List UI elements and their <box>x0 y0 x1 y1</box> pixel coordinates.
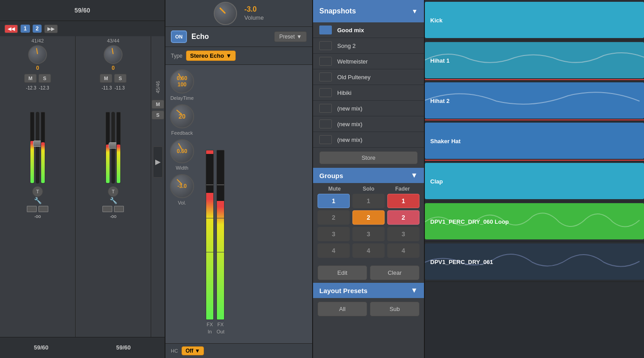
group-solo-3[interactable]: 3 <box>352 227 385 241</box>
snapshot-item-weltmeister[interactable]: Weltmeister <box>313 54 424 69</box>
snapshot-item-new3[interactable]: (new mix) <box>313 132 424 148</box>
group-fader-1[interactable]: 1 <box>387 194 419 208</box>
snapshot-item-good-mix[interactable]: Good mix <box>313 22 424 38</box>
clear-button[interactable]: Clear <box>370 265 419 280</box>
mixer-bottom-row: 59/60 59/60 <box>0 337 165 358</box>
hc-dropdown-icon: ▼ <box>195 348 200 354</box>
track-content-hihat2[interactable]: Hihat 2 <box>425 81 644 120</box>
vol-knob[interactable]: -3.0 <box>170 174 194 198</box>
channel-counter-2: 43/44 <box>107 38 119 43</box>
group-mute-3[interactable]: 3 <box>318 227 350 241</box>
volume-knob[interactable] <box>214 2 237 25</box>
col-header-fader: Fader <box>386 186 419 192</box>
level-indicator-4 <box>114 206 124 212</box>
level-indicator-3 <box>102 206 112 212</box>
track-content-hihat1[interactable]: Hihat 1 <box>425 40 644 80</box>
bottom-counter-1: 59/60 <box>34 344 49 351</box>
track-content-kick[interactable]: Kick <box>425 0 644 40</box>
channel-knob-2[interactable] <box>104 45 123 64</box>
fx-meter-in-track <box>206 150 214 320</box>
snapshot-item-song2[interactable]: Song 2 <box>313 38 424 54</box>
group-fader-2[interactable]: 2 <box>387 210 419 225</box>
snapshot-item-new2[interactable]: (new mix) <box>313 116 424 132</box>
snapshot-item-new1[interactable]: (new mix) <box>313 101 424 116</box>
track-label-dpv1-061: DPV1_PERC_DRY_061 <box>430 258 493 265</box>
mute-btn-3[interactable]: M <box>152 100 164 109</box>
channel-46-label: 45/46 <box>155 81 161 94</box>
mixer-track-counter: 59/60 <box>74 7 90 14</box>
solo-btn-1[interactable]: S <box>38 74 51 83</box>
fader-bottom-2: -oo <box>110 214 116 219</box>
t-btn-2[interactable]: T <box>108 186 119 197</box>
nav-num-2[interactable]: 2 <box>33 25 42 33</box>
mixer-channel-41-42: 41/42 0 M S -12.3 -12.3 <box>0 36 76 337</box>
groups-table: Mute Solo Fader 1 1 1 2 2 2 3 3 3 4 4 4 <box>313 183 424 263</box>
nav-num-1[interactable]: 1 <box>21 25 30 33</box>
channel-value-1: 0 <box>36 65 39 71</box>
fx-header: ON Echo Preset ▼ <box>165 27 312 47</box>
t-btn-1[interactable]: T <box>32 186 43 197</box>
snapshot-item-hibiki[interactable]: Hibiki <box>313 85 424 101</box>
wrench-icon-2: 🔧 <box>110 197 117 204</box>
feedback-knob[interactable]: 20 <box>170 104 194 128</box>
groups-header[interactable]: Groups ▼ <box>313 168 424 183</box>
waveform-hihat1 <box>425 42 644 78</box>
group-mute-2[interactable]: 2 <box>318 210 350 225</box>
track-content-dpv1-loop[interactable]: DPV1_PERC_DRY_060 Loop <box>425 201 644 241</box>
level-indicator-2 <box>38 206 48 212</box>
fx-top: -3.0 Volume <box>165 0 312 27</box>
track-content-clap[interactable]: Clap <box>425 161 644 201</box>
width-knob[interactable]: 0.60 <box>170 139 194 163</box>
type-select[interactable]: Stereo Echo ▼ <box>186 51 236 61</box>
fx-knob-width: 0.60 Width <box>170 139 194 170</box>
fader-bottom-1: -oo <box>34 214 41 219</box>
fx-meter-out-track <box>216 150 225 320</box>
vol-label: Vol. <box>178 200 186 205</box>
on-button[interactable]: ON <box>171 30 187 43</box>
fx-meter-in-clip <box>206 150 214 154</box>
snapshots-header[interactable]: Snapshots ▼ <box>313 0 424 22</box>
type-dropdown-icon: ▼ <box>226 52 232 59</box>
group-mute-4[interactable]: 4 <box>318 243 350 258</box>
group-fader-3[interactable]: 3 <box>387 227 419 241</box>
hc-select[interactable]: Off ▼ <box>182 346 204 355</box>
preset-button[interactable]: Preset ▼ <box>274 31 307 42</box>
delaytime-label: DelayTime <box>170 95 194 101</box>
fx-meter-in-label: FX <box>207 322 213 327</box>
channel-db-row-1: -12.3 -12.3 <box>26 85 49 90</box>
mixer-nav: ◀◀ 1 2 ▶▶ <box>0 21 165 36</box>
feedback-label: Feedback <box>171 130 193 136</box>
channel-knob-1[interactable] <box>28 45 47 64</box>
snapshot-name-old-pulteney: Old Pulteney <box>337 74 370 81</box>
scroll-right-arrow[interactable]: ▶ <box>153 146 163 178</box>
track-content-shaker[interactable]: Shaker Hat <box>425 121 644 161</box>
snapshot-item-old-pulteney[interactable]: Old Pulteney <box>313 69 424 85</box>
solo-btn-3[interactable]: S <box>152 111 164 119</box>
snapshot-color-song2 <box>319 41 332 50</box>
red-line-hihat2 <box>425 119 644 120</box>
delaytime-knob[interactable]: 0.60 100 <box>170 69 194 94</box>
group-solo-2[interactable]: 2 <box>352 210 385 225</box>
fx-meter-out-label: FX <box>217 322 224 327</box>
layout-all-button[interactable]: All <box>318 302 367 316</box>
track-content-dpv1-061[interactable]: DPV1_PERC_DRY_061 <box>425 242 644 281</box>
snapshot-color-good-mix <box>319 26 332 34</box>
fx-knob-delaytime: 0.60 100 DelayTime <box>170 69 194 101</box>
store-button[interactable]: Store <box>319 151 418 164</box>
group-solo-1[interactable]: 1 <box>352 194 385 208</box>
mute-btn-1[interactable]: M <box>24 74 37 83</box>
edit-button[interactable]: Edit <box>318 265 367 280</box>
mixer-channels-area: 41/42 0 M S -12.3 -12.3 <box>0 36 165 337</box>
nav-next-next[interactable]: ▶▶ <box>44 25 58 33</box>
mute-btn-2[interactable]: M <box>100 74 112 83</box>
nav-prev-prev[interactable]: ◀◀ <box>4 25 18 33</box>
layout-sub-button[interactable]: Sub <box>370 302 419 316</box>
track-label-clap: Clap <box>430 178 443 184</box>
layout-presets-header[interactable]: Layout Presets ▼ <box>313 283 424 298</box>
hc-value: Off <box>186 348 193 354</box>
db-right-1: -12.3 <box>39 85 49 90</box>
solo-btn-2[interactable]: S <box>114 74 127 83</box>
group-solo-4[interactable]: 4 <box>352 243 385 258</box>
group-fader-4[interactable]: 4 <box>387 243 419 258</box>
group-mute-1[interactable]: 1 <box>318 194 350 208</box>
